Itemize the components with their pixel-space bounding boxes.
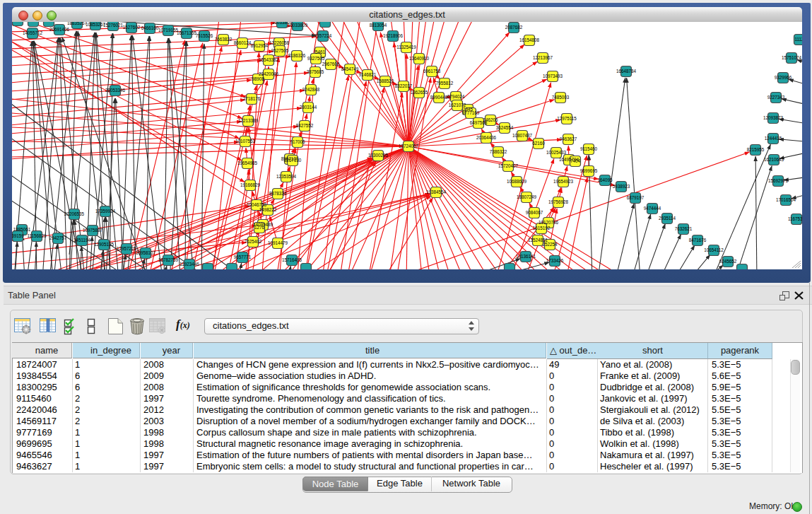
svg-text:11325419: 11325419 [396, 45, 416, 49]
svg-text:3875685: 3875685 [307, 69, 324, 74]
svg-text:10719155: 10719155 [158, 28, 179, 33]
svg-text:12905135: 12905135 [94, 242, 114, 247]
svg-text:10973493: 10973493 [543, 74, 563, 78]
svg-text:18807249: 18807249 [517, 194, 537, 199]
svg-text:8878334: 8878334 [269, 191, 287, 196]
svg-text:11923446: 11923446 [180, 262, 199, 267]
svg-text:11156829: 11156829 [27, 233, 47, 238]
svg-text:252254: 252254 [542, 242, 558, 247]
svg-text:7955812: 7955812 [436, 81, 454, 86]
svg-text:2803144: 2803144 [300, 105, 317, 110]
svg-text:8186326: 8186326 [288, 53, 306, 58]
svg-text:16648784: 16648784 [616, 69, 637, 74]
svg-text:9329966: 9329966 [775, 75, 792, 80]
svg-text:1112: 1112 [794, 37, 802, 42]
svg-text:8215955: 8215955 [747, 147, 765, 152]
svg-text:39159: 39159 [12, 233, 24, 238]
svg-text:10107553: 10107553 [235, 139, 256, 144]
svg-text:9527505: 9527505 [271, 48, 289, 53]
svg-text:7515526: 7515526 [196, 33, 213, 38]
svg-text:9115460: 9115460 [580, 146, 598, 151]
svg-text:2967608: 2967608 [322, 62, 340, 66]
svg-text:17359924: 17359924 [95, 209, 116, 214]
svg-text:28053346: 28053346 [105, 88, 126, 93]
svg-text:8660124: 8660124 [234, 40, 252, 45]
svg-text:15751074: 15751074 [782, 55, 802, 60]
svg-text:7625402: 7625402 [245, 239, 262, 244]
svg-text:8322037: 8322037 [395, 83, 413, 88]
svg-text:19218906: 19218906 [383, 33, 404, 38]
svg-text:15720407: 15720407 [498, 163, 519, 168]
svg-text:15716485: 15716485 [282, 257, 302, 262]
svg-text:20206535: 20206535 [64, 211, 85, 216]
svg-text:12213389: 12213389 [238, 118, 259, 123]
svg-text:1527602: 1527602 [123, 25, 141, 30]
svg-text:1362655: 1362655 [411, 90, 428, 95]
svg-text:8471676: 8471676 [689, 238, 707, 243]
svg-text:10046758: 10046758 [247, 202, 267, 207]
svg-text:9084067: 9084067 [526, 210, 543, 215]
svg-text:2087682: 2087682 [505, 25, 523, 30]
svg-text:17016504: 17016504 [776, 197, 796, 202]
svg-text:18835267: 18835267 [67, 22, 88, 25]
svg-text:1451194: 1451194 [73, 238, 91, 243]
svg-text:16154808: 16154808 [519, 37, 540, 42]
svg-text:10654112: 10654112 [704, 247, 724, 252]
svg-text:5461: 5461 [315, 49, 326, 54]
svg-text:98908: 98908 [252, 76, 264, 81]
svg-text:6466160: 6466160 [141, 25, 159, 30]
svg-text:7663822: 7663822 [215, 37, 233, 42]
svg-text:10958107: 10958107 [136, 250, 156, 255]
svg-text:1276: 1276 [254, 225, 265, 230]
svg-text:13226058: 13226058 [269, 40, 290, 45]
svg-text:1244415: 1244415 [765, 136, 782, 141]
svg-text:19654923: 19654923 [553, 179, 574, 184]
svg-text:18300295: 18300295 [368, 153, 389, 158]
svg-text:9227343: 9227343 [767, 95, 785, 100]
svg-text:19384554: 19384554 [426, 189, 447, 194]
svg-text:8813054: 8813054 [370, 23, 387, 28]
svg-text:10914479: 10914479 [268, 240, 288, 245]
svg-text:18724007: 18724007 [399, 144, 419, 148]
svg-text:9327505: 9327505 [307, 56, 325, 61]
svg-text:9777169: 9777169 [462, 110, 480, 115]
svg-text:7485003: 7485003 [552, 95, 570, 100]
svg-text:5938923: 5938923 [613, 184, 630, 189]
svg-text:14136141: 14136141 [516, 254, 536, 259]
svg-text:19166829: 19166829 [240, 182, 261, 187]
svg-text:1588520: 1588520 [377, 78, 394, 83]
svg-text:1733426: 1733426 [546, 258, 564, 263]
svg-text:9245652: 9245652 [719, 259, 737, 264]
svg-text:10807487: 10807487 [512, 133, 533, 138]
svg-text:10025433: 10025433 [546, 150, 567, 155]
svg-text:10120746: 10120746 [539, 220, 559, 225]
svg-text:10975887: 10975887 [83, 228, 103, 233]
svg-text:6794024: 6794024 [447, 94, 465, 99]
svg-text:7404: 7404 [570, 158, 581, 163]
svg-text:1498222: 1498222 [259, 207, 277, 212]
svg-text:12975115: 12975115 [557, 116, 577, 121]
svg-text:7357224: 7357224 [314, 33, 332, 38]
svg-text:6879197: 6879197 [627, 195, 645, 200]
svg-text:8912954: 8912954 [251, 43, 269, 48]
svg-text:2935114: 2935114 [659, 216, 676, 221]
svg-text:746206: 746206 [483, 117, 498, 122]
svg-text:15692971: 15692971 [768, 178, 789, 183]
svg-text:1885061: 1885061 [13, 227, 31, 232]
svg-text:12093873: 12093873 [763, 115, 784, 120]
svg-text:16543382: 16543382 [259, 57, 279, 62]
svg-text:20691406: 20691406 [49, 27, 70, 32]
svg-text:9657771: 9657771 [234, 255, 252, 259]
svg-text:8267130: 8267130 [284, 158, 302, 163]
svg-text:20364436: 20364436 [476, 135, 497, 140]
svg-text:13640910: 13640910 [409, 56, 430, 61]
svg-text:12353594: 12353594 [276, 174, 297, 179]
svg-text:62160: 62160 [532, 141, 545, 146]
svg-text:9699695: 9699695 [580, 168, 598, 173]
svg-text:7386322: 7386322 [490, 149, 507, 154]
svg-text:23420046: 23420046 [259, 71, 279, 76]
svg-text:17957225: 17957225 [117, 246, 137, 251]
svg-text:16671355: 16671355 [177, 30, 197, 35]
svg-text:8427552: 8427552 [296, 123, 314, 128]
svg-text:1615192: 1615192 [533, 226, 551, 230]
